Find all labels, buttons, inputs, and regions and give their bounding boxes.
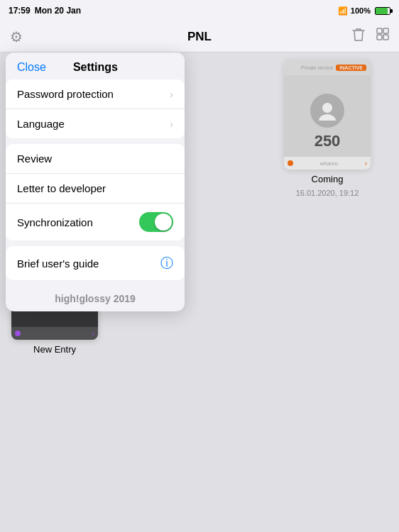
svg-rect-0 — [377, 28, 382, 33]
settings-group-3: Brief user's guide ⓘ — [6, 246, 185, 280]
settings-group-1: Password protection › Language › — [6, 79, 185, 138]
info-icon: ⓘ — [160, 255, 173, 272]
settings-item-guide[interactable]: Brief user's guide ⓘ — [6, 246, 185, 280]
status-bar-left: 17:59 Mon 20 Jan — [9, 6, 81, 16]
settings-title: Settings — [73, 61, 118, 74]
battery-text: 100% — [351, 6, 371, 15]
status-bar: 17:59 Mon 20 Jan 📶 100% — [0, 0, 399, 21]
gear-icon[interactable]: ⚙ — [10, 28, 23, 45]
settings-item-letter[interactable]: Letter to developer — [6, 174, 185, 204]
settings-item-synchronization[interactable]: Synchronization — [6, 204, 185, 240]
main-content: Close Settings Password protection › Lan… — [0, 52, 399, 532]
nav-icons-right — [352, 28, 389, 45]
settings-footer: high!glossy 2019 — [6, 286, 185, 311]
battery-icon — [375, 7, 390, 15]
settings-panel: Close Settings Password protection › Lan… — [6, 52, 185, 311]
chevron-right-icon-2: › — [170, 118, 173, 130]
svg-rect-3 — [383, 35, 388, 40]
synchronization-toggle[interactable] — [139, 212, 173, 232]
status-time: 17:59 — [9, 6, 31, 16]
grid-icon[interactable] — [376, 28, 389, 45]
settings-item-password[interactable]: Password protection › — [6, 79, 185, 109]
wifi-icon: 📶 — [338, 6, 348, 16]
svg-rect-2 — [377, 35, 382, 40]
settings-close-button[interactable]: Close — [17, 61, 46, 74]
status-date: Mon 20 Jan — [35, 6, 81, 16]
svg-rect-1 — [383, 28, 388, 33]
trash-icon[interactable] — [352, 28, 365, 45]
settings-group-2: Review Letter to developer Synchronizati… — [6, 144, 185, 240]
settings-item-language[interactable]: Language › — [6, 109, 185, 138]
chevron-right-icon: › — [170, 89, 173, 100]
status-bar-right: 📶 100% — [338, 6, 390, 16]
page-title: PNL — [187, 30, 212, 44]
settings-item-review[interactable]: Review — [6, 144, 185, 174]
settings-header: Close Settings — [6, 52, 185, 79]
nav-bar: ⚙ PNL — [0, 21, 399, 52]
